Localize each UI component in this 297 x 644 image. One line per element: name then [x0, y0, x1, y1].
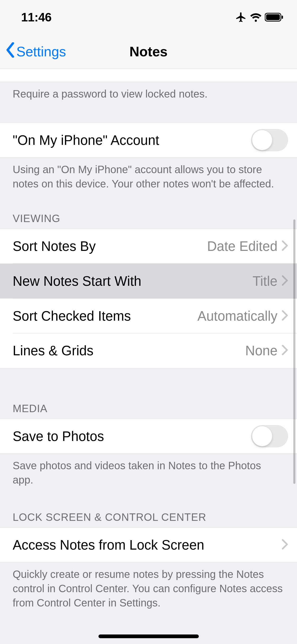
on-my-iphone-label: "On My iPhone" Account [13, 132, 251, 148]
save-to-photos-toggle[interactable] [251, 425, 288, 447]
password-footer: Require a password to view locked notes. [0, 82, 297, 107]
chevron-right-icon [282, 273, 288, 289]
new-notes-value: Title [253, 273, 277, 289]
lines-grids-label: Lines & Grids [13, 343, 245, 358]
scroll-indicator[interactable] [293, 219, 295, 484]
viewing-header: VIEWING [0, 197, 297, 229]
new-notes-start-with-row[interactable]: New Notes Start With Title [0, 264, 297, 298]
chevron-right-icon [282, 343, 288, 358]
access-notes-lock-screen-row[interactable]: Access Notes from Lock Screen [0, 527, 297, 562]
previous-group-bottom [0, 69, 297, 82]
battery-icon [265, 12, 284, 22]
lockscreen-footer: Quickly create or resume notes by pressi… [0, 562, 297, 616]
chevron-right-icon [282, 308, 288, 324]
lines-grids-row[interactable]: Lines & Grids None [0, 333, 297, 368]
sort-notes-by-row[interactable]: Sort Notes By Date Edited [0, 229, 297, 264]
media-header: MEDIA [0, 368, 297, 419]
chevron-left-icon [5, 42, 16, 61]
home-indicator[interactable] [98, 634, 199, 638]
back-button[interactable]: Settings [0, 42, 66, 61]
on-my-iphone-footer: Using an "On My iPhone" account allows y… [0, 158, 297, 197]
save-to-photos-row[interactable]: Save to Photos [0, 419, 297, 454]
lockscreen-header: LOCK SCREEN & CONTROL CENTER [0, 493, 297, 527]
wifi-icon [250, 12, 262, 22]
nav-bar: Settings Notes [0, 34, 297, 69]
status-icons [235, 11, 286, 23]
sort-notes-label: Sort Notes By [13, 238, 207, 254]
back-label: Settings [16, 44, 66, 59]
on-my-iphone-toggle[interactable] [251, 129, 288, 151]
new-notes-label: New Notes Start With [13, 273, 253, 289]
chevron-right-icon [282, 537, 288, 553]
sort-notes-value: Date Edited [207, 238, 277, 254]
on-my-iphone-account-row[interactable]: "On My iPhone" Account [0, 123, 297, 158]
save-to-photos-label: Save to Photos [13, 429, 251, 444]
sort-checked-items-row[interactable]: Sort Checked Items Automatically [0, 298, 297, 333]
airplane-mode-icon [235, 11, 247, 23]
content: Require a password to view locked notes.… [0, 69, 297, 616]
svg-rect-1 [266, 14, 280, 20]
media-footer: Save photos and videos taken in Notes to… [0, 454, 297, 493]
lines-grids-value: None [245, 343, 277, 358]
status-time: 11:46 [21, 10, 51, 24]
access-notes-label: Access Notes from Lock Screen [13, 537, 282, 553]
status-bar: 11:46 [0, 0, 297, 34]
sort-checked-label: Sort Checked Items [13, 308, 197, 324]
svg-rect-2 [282, 16, 283, 19]
chevron-right-icon [282, 238, 288, 254]
sort-checked-value: Automatically [197, 308, 277, 324]
